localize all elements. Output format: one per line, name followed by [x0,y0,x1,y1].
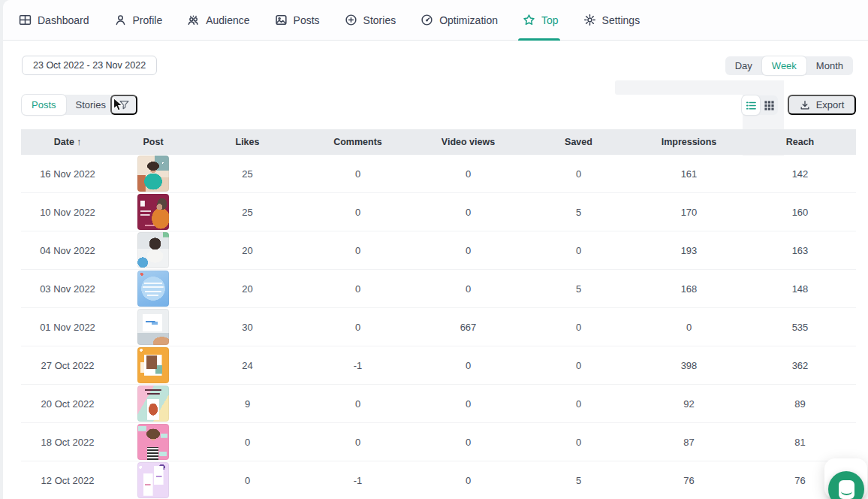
list-view-button[interactable] [742,95,760,115]
post-thumbnail[interactable] [137,194,169,230]
row-saved: 0 [523,437,634,448]
sort-asc-icon: ↑ [77,137,81,147]
row-impressions: 92 [634,398,744,410]
download-icon [800,100,810,110]
row-comments: 0 [303,437,413,448]
row-video-views: 0 [413,283,523,295]
row-saved: 5 [523,475,634,486]
row-video-views: 0 [413,437,523,448]
table-row[interactable]: 10 Nov 2022 25 0 0 5 170 160 [21,193,856,231]
row-comments: -1 [303,360,413,371]
row-comments: 0 [303,398,413,410]
column-header-video-views[interactable]: Video views [413,137,523,147]
period-option-day[interactable]: Day [725,56,762,75]
post-thumbnail[interactable] [137,271,169,307]
nav-label: Posts [294,14,320,26]
table-row[interactable]: 27 Oct 2022 24 -1 0 0 398 362 [21,346,856,385]
row-comments: 0 [303,207,413,218]
date-range-picker[interactable]: 23 Oct 2022 - 23 Nov 2022 [22,56,157,75]
column-label: Comments [333,137,382,147]
tab-posts[interactable]: Posts [22,95,66,115]
post-thumbnail[interactable] [137,232,169,268]
table-row[interactable]: 03 Nov 2022 20 0 0 5 168 148 [21,270,856,308]
row-reach: 535 [744,322,856,333]
row-impressions: 0 [634,322,744,333]
row-video-views: 0 [413,475,523,486]
row-reach: 362 [744,360,856,371]
grid-view-button[interactable] [760,95,778,115]
tab-stories[interactable]: Stories [66,95,116,115]
row-date: 01 Nov 2022 [21,322,114,333]
post-thumbnail[interactable] [137,347,169,383]
column-header-post[interactable]: Post [114,137,192,147]
post-thumbnail[interactable] [137,156,169,192]
period-option-month[interactable]: Month [806,56,853,75]
nav-item-optimization[interactable]: Optimization [420,0,498,41]
nav-label: Stories [363,14,396,26]
row-impressions: 168 [634,283,744,295]
row-video-views: 667 [413,322,523,333]
column-label: Date [54,137,74,147]
filter-funnel-icon [119,99,130,110]
users-group-icon [187,14,200,26]
tab-label: Posts [32,99,56,110]
table-row[interactable]: 18 Oct 2022 0 0 0 0 87 81 [21,423,856,461]
column-label: Saved [565,137,592,147]
table-row[interactable]: 01 Nov 2022 30 0 667 0 0 535 [21,308,856,346]
table-row[interactable]: 04 Nov 2022 20 0 0 0 193 163 [21,231,856,270]
grid-view-icon [764,100,775,111]
row-date: 12 Oct 2022 [21,475,114,486]
posts-table: Date↑ Post Likes Comments Video views Sa… [21,129,856,499]
post-thumbnail[interactable] [137,386,169,422]
column-header-impressions[interactable]: Impressions [634,137,744,147]
table-row[interactable]: 12 Oct 2022 0 -1 0 5 76 76 [21,461,856,499]
column-header-comments[interactable]: Comments [303,137,413,147]
nav-label: Settings [602,14,640,26]
column-label: Reach [786,137,815,147]
nav-item-audience[interactable]: Audience [187,0,249,41]
post-thumbnail[interactable] [137,462,169,498]
period-label: Month [816,60,843,71]
view-mode-toggle [742,95,778,115]
nav-item-settings[interactable]: Settings [583,0,640,41]
column-header-reach[interactable]: Reach [744,137,856,147]
post-thumbnail[interactable] [137,424,169,460]
column-label: Video views [442,137,495,147]
row-saved: 0 [523,322,634,333]
row-reach: 163 [744,245,856,256]
row-date: 16 Nov 2022 [21,168,114,180]
row-likes: 25 [192,207,303,218]
column-header-date[interactable]: Date↑ [21,137,114,147]
row-date: 18 Oct 2022 [21,437,114,448]
column-header-likes[interactable]: Likes [192,137,303,147]
period-option-week[interactable]: Week [762,56,806,75]
nav-item-top[interactable]: Top [523,0,559,41]
row-likes: 30 [192,322,303,333]
list-view-icon [746,100,757,111]
nav-item-profile[interactable]: Profile [114,0,163,41]
nav-item-dashboard[interactable]: Dashboard [19,0,89,41]
row-date: 27 Oct 2022 [21,360,114,371]
row-comments: -1 [303,475,413,486]
row-video-views: 0 [413,360,523,371]
row-comments: 0 [303,245,413,256]
nav-label: Dashboard [38,14,89,26]
table-row[interactable]: 16 Nov 2022 25 0 0 0 161 142 [21,155,856,193]
row-impressions: 170 [634,207,744,218]
plus-circle-icon [345,14,357,26]
column-header-saved[interactable]: Saved [523,137,634,147]
row-impressions: 76 [634,475,744,486]
row-video-views: 0 [413,207,523,218]
nav-item-posts[interactable]: Posts [275,0,320,41]
star-icon [523,14,535,26]
photo-icon [275,14,288,26]
row-date: 04 Nov 2022 [21,245,114,256]
filter-button[interactable] [110,95,137,115]
row-video-views: 0 [413,398,523,410]
export-button[interactable]: Export [788,95,856,115]
column-label: Impressions [662,137,717,147]
table-row[interactable]: 20 Oct 2022 9 0 0 0 92 89 [21,385,856,423]
post-thumbnail[interactable] [137,309,169,345]
nav-item-stories[interactable]: Stories [345,0,396,41]
row-likes: 20 [192,245,303,256]
